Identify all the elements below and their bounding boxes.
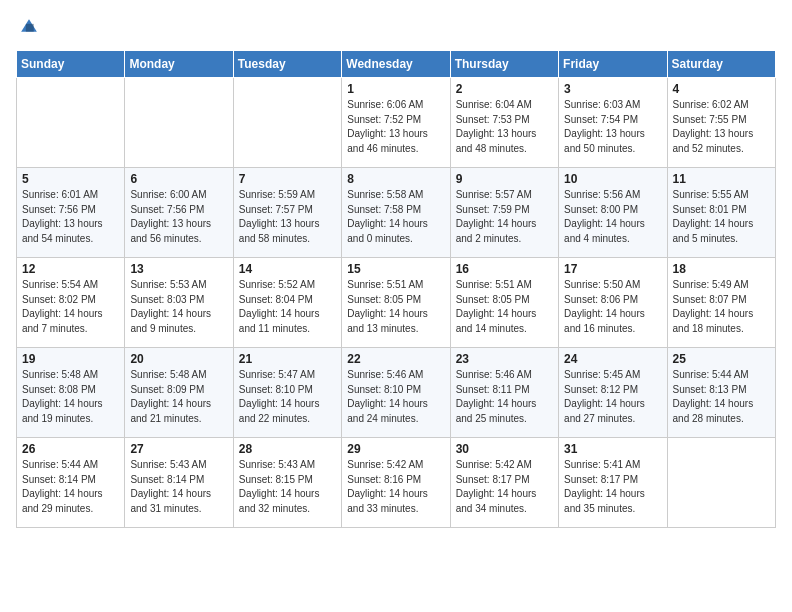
day-number: 17: [564, 262, 661, 276]
day-number: 12: [22, 262, 119, 276]
calendar-cell: 4Sunrise: 6:02 AM Sunset: 7:55 PM Daylig…: [667, 78, 775, 168]
day-number: 16: [456, 262, 553, 276]
calendar-cell: 9Sunrise: 5:57 AM Sunset: 7:59 PM Daylig…: [450, 168, 558, 258]
col-header-thursday: Thursday: [450, 51, 558, 78]
week-row-5: 26Sunrise: 5:44 AM Sunset: 8:14 PM Dayli…: [17, 438, 776, 528]
cell-details: Sunrise: 5:46 AM Sunset: 8:11 PM Dayligh…: [456, 368, 553, 426]
calendar-cell: 18Sunrise: 5:49 AM Sunset: 8:07 PM Dayli…: [667, 258, 775, 348]
page-header: [16, 16, 776, 38]
calendar-cell: 25Sunrise: 5:44 AM Sunset: 8:13 PM Dayli…: [667, 348, 775, 438]
calendar-cell: 5Sunrise: 6:01 AM Sunset: 7:56 PM Daylig…: [17, 168, 125, 258]
calendar-cell: [233, 78, 341, 168]
day-number: 5: [22, 172, 119, 186]
calendar-cell: 10Sunrise: 5:56 AM Sunset: 8:00 PM Dayli…: [559, 168, 667, 258]
cell-details: Sunrise: 5:46 AM Sunset: 8:10 PM Dayligh…: [347, 368, 444, 426]
col-header-friday: Friday: [559, 51, 667, 78]
day-number: 6: [130, 172, 227, 186]
day-number: 18: [673, 262, 770, 276]
calendar-cell: 31Sunrise: 5:41 AM Sunset: 8:17 PM Dayli…: [559, 438, 667, 528]
calendar-cell: [125, 78, 233, 168]
cell-details: Sunrise: 5:53 AM Sunset: 8:03 PM Dayligh…: [130, 278, 227, 336]
day-number: 13: [130, 262, 227, 276]
day-number: 4: [673, 82, 770, 96]
day-number: 2: [456, 82, 553, 96]
day-number: 7: [239, 172, 336, 186]
calendar-cell: 13Sunrise: 5:53 AM Sunset: 8:03 PM Dayli…: [125, 258, 233, 348]
day-number: 3: [564, 82, 661, 96]
day-number: 30: [456, 442, 553, 456]
day-number: 19: [22, 352, 119, 366]
week-row-2: 5Sunrise: 6:01 AM Sunset: 7:56 PM Daylig…: [17, 168, 776, 258]
logo: [16, 16, 42, 38]
cell-details: Sunrise: 5:48 AM Sunset: 8:09 PM Dayligh…: [130, 368, 227, 426]
col-header-tuesday: Tuesday: [233, 51, 341, 78]
day-number: 21: [239, 352, 336, 366]
calendar-cell: 24Sunrise: 5:45 AM Sunset: 8:12 PM Dayli…: [559, 348, 667, 438]
cell-details: Sunrise: 5:50 AM Sunset: 8:06 PM Dayligh…: [564, 278, 661, 336]
week-row-4: 19Sunrise: 5:48 AM Sunset: 8:08 PM Dayli…: [17, 348, 776, 438]
calendar-cell: 15Sunrise: 5:51 AM Sunset: 8:05 PM Dayli…: [342, 258, 450, 348]
cell-details: Sunrise: 5:59 AM Sunset: 7:57 PM Dayligh…: [239, 188, 336, 246]
cell-details: Sunrise: 5:54 AM Sunset: 8:02 PM Dayligh…: [22, 278, 119, 336]
day-number: 29: [347, 442, 444, 456]
cell-details: Sunrise: 6:06 AM Sunset: 7:52 PM Dayligh…: [347, 98, 444, 156]
cell-details: Sunrise: 6:00 AM Sunset: 7:56 PM Dayligh…: [130, 188, 227, 246]
cell-details: Sunrise: 6:04 AM Sunset: 7:53 PM Dayligh…: [456, 98, 553, 156]
cell-details: Sunrise: 5:42 AM Sunset: 8:17 PM Dayligh…: [456, 458, 553, 516]
day-number: 20: [130, 352, 227, 366]
cell-details: Sunrise: 5:56 AM Sunset: 8:00 PM Dayligh…: [564, 188, 661, 246]
calendar-cell: 11Sunrise: 5:55 AM Sunset: 8:01 PM Dayli…: [667, 168, 775, 258]
day-number: 9: [456, 172, 553, 186]
calendar-table: SundayMondayTuesdayWednesdayThursdayFrid…: [16, 50, 776, 528]
cell-details: Sunrise: 5:49 AM Sunset: 8:07 PM Dayligh…: [673, 278, 770, 336]
cell-details: Sunrise: 5:48 AM Sunset: 8:08 PM Dayligh…: [22, 368, 119, 426]
cell-details: Sunrise: 5:43 AM Sunset: 8:15 PM Dayligh…: [239, 458, 336, 516]
week-row-3: 12Sunrise: 5:54 AM Sunset: 8:02 PM Dayli…: [17, 258, 776, 348]
cell-details: Sunrise: 5:44 AM Sunset: 8:14 PM Dayligh…: [22, 458, 119, 516]
calendar-cell: 3Sunrise: 6:03 AM Sunset: 7:54 PM Daylig…: [559, 78, 667, 168]
day-number: 28: [239, 442, 336, 456]
calendar-cell: 23Sunrise: 5:46 AM Sunset: 8:11 PM Dayli…: [450, 348, 558, 438]
day-number: 31: [564, 442, 661, 456]
calendar-cell: 6Sunrise: 6:00 AM Sunset: 7:56 PM Daylig…: [125, 168, 233, 258]
svg-marker-1: [26, 24, 34, 32]
calendar-cell: 14Sunrise: 5:52 AM Sunset: 8:04 PM Dayli…: [233, 258, 341, 348]
day-number: 26: [22, 442, 119, 456]
calendar-cell: 12Sunrise: 5:54 AM Sunset: 8:02 PM Dayli…: [17, 258, 125, 348]
calendar-cell: 8Sunrise: 5:58 AM Sunset: 7:58 PM Daylig…: [342, 168, 450, 258]
week-row-1: 1Sunrise: 6:06 AM Sunset: 7:52 PM Daylig…: [17, 78, 776, 168]
day-number: 22: [347, 352, 444, 366]
cell-details: Sunrise: 5:43 AM Sunset: 8:14 PM Dayligh…: [130, 458, 227, 516]
col-header-monday: Monday: [125, 51, 233, 78]
cell-details: Sunrise: 5:52 AM Sunset: 8:04 PM Dayligh…: [239, 278, 336, 336]
calendar-cell: 16Sunrise: 5:51 AM Sunset: 8:05 PM Dayli…: [450, 258, 558, 348]
col-header-saturday: Saturday: [667, 51, 775, 78]
day-number: 8: [347, 172, 444, 186]
cell-details: Sunrise: 5:44 AM Sunset: 8:13 PM Dayligh…: [673, 368, 770, 426]
calendar-cell: [17, 78, 125, 168]
calendar-cell: 29Sunrise: 5:42 AM Sunset: 8:16 PM Dayli…: [342, 438, 450, 528]
calendar-cell: [667, 438, 775, 528]
calendar-cell: 21Sunrise: 5:47 AM Sunset: 8:10 PM Dayli…: [233, 348, 341, 438]
cell-details: Sunrise: 5:51 AM Sunset: 8:05 PM Dayligh…: [347, 278, 444, 336]
calendar-cell: 30Sunrise: 5:42 AM Sunset: 8:17 PM Dayli…: [450, 438, 558, 528]
calendar-cell: 17Sunrise: 5:50 AM Sunset: 8:06 PM Dayli…: [559, 258, 667, 348]
col-header-sunday: Sunday: [17, 51, 125, 78]
cell-details: Sunrise: 6:01 AM Sunset: 7:56 PM Dayligh…: [22, 188, 119, 246]
day-number: 15: [347, 262, 444, 276]
day-number: 25: [673, 352, 770, 366]
cell-details: Sunrise: 5:55 AM Sunset: 8:01 PM Dayligh…: [673, 188, 770, 246]
calendar-cell: 22Sunrise: 5:46 AM Sunset: 8:10 PM Dayli…: [342, 348, 450, 438]
cell-details: Sunrise: 6:03 AM Sunset: 7:54 PM Dayligh…: [564, 98, 661, 156]
cell-details: Sunrise: 5:41 AM Sunset: 8:17 PM Dayligh…: [564, 458, 661, 516]
cell-details: Sunrise: 6:02 AM Sunset: 7:55 PM Dayligh…: [673, 98, 770, 156]
day-number: 23: [456, 352, 553, 366]
calendar-cell: 7Sunrise: 5:59 AM Sunset: 7:57 PM Daylig…: [233, 168, 341, 258]
calendar-cell: 28Sunrise: 5:43 AM Sunset: 8:15 PM Dayli…: [233, 438, 341, 528]
day-number: 14: [239, 262, 336, 276]
cell-details: Sunrise: 5:57 AM Sunset: 7:59 PM Dayligh…: [456, 188, 553, 246]
cell-details: Sunrise: 5:47 AM Sunset: 8:10 PM Dayligh…: [239, 368, 336, 426]
calendar-cell: 1Sunrise: 6:06 AM Sunset: 7:52 PM Daylig…: [342, 78, 450, 168]
cell-details: Sunrise: 5:42 AM Sunset: 8:16 PM Dayligh…: [347, 458, 444, 516]
cell-details: Sunrise: 5:45 AM Sunset: 8:12 PM Dayligh…: [564, 368, 661, 426]
